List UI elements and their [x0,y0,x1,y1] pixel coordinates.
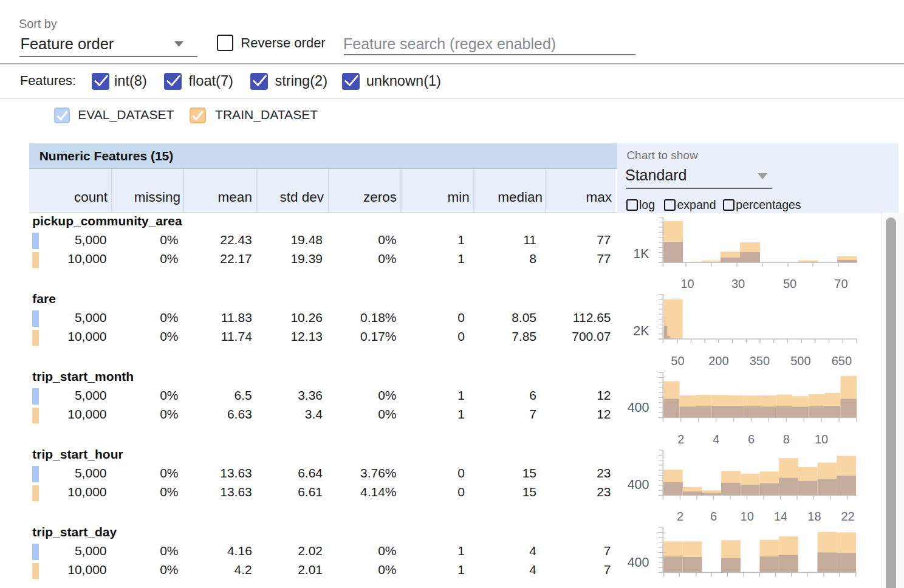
svg-text:6: 6 [710,510,717,523]
svg-text:70: 70 [834,277,848,290]
svg-text:22: 22 [841,510,854,523]
svg-text:10: 10 [680,277,694,290]
svg-text:18: 18 [807,510,821,523]
svg-text:4: 4 [713,432,719,446]
svg-text:2: 2 [677,432,684,446]
svg-text:50: 50 [671,354,684,368]
svg-text:2: 2 [677,510,683,523]
svg-text:50: 50 [783,277,796,290]
svg-text:14: 14 [774,510,787,523]
svg-text:30: 30 [731,277,745,290]
svg-text:6: 6 [748,432,755,446]
svg-text:10: 10 [741,510,754,523]
svg-text:10: 10 [815,432,828,446]
svg-text:350: 350 [750,354,770,368]
svg-text:650: 650 [832,354,852,368]
svg-text:500: 500 [790,354,810,368]
svg-text:8: 8 [783,432,790,446]
svg-text:200: 200 [708,354,728,368]
